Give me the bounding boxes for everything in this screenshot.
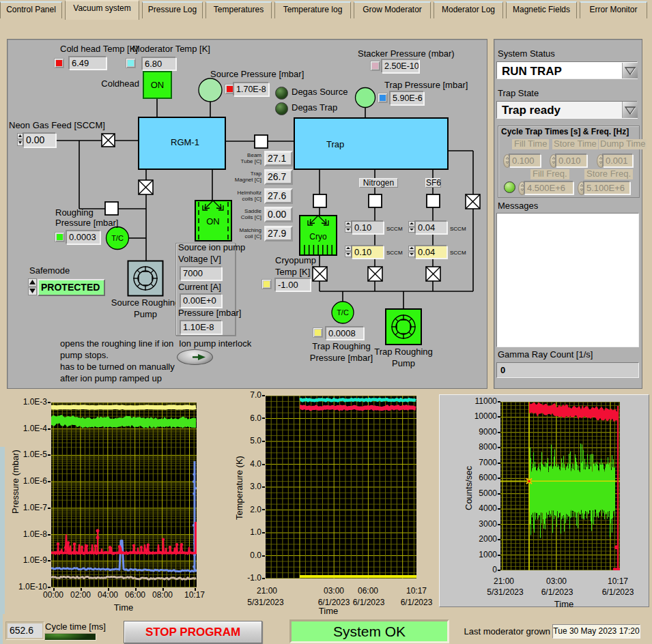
svg-text:Cryo: Cryo: [309, 232, 327, 241]
svg-text:T/C: T/C: [111, 234, 124, 242]
svg-text:T/C: T/C: [337, 308, 349, 317]
